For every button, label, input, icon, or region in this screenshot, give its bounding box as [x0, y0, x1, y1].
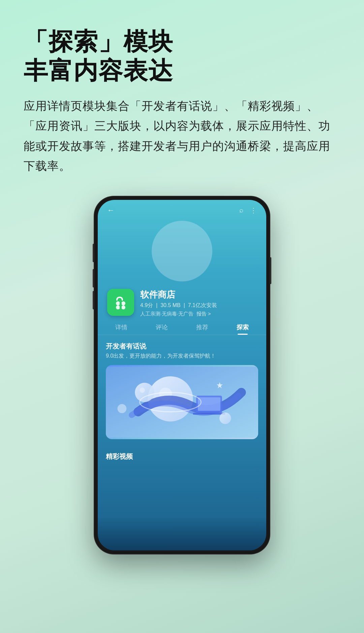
phone-screen: ← ⌕ ⋮: [98, 200, 266, 550]
developer-section: 开发者有话说 9.0出发，更开放的能力，为开发者保驾护航！: [98, 335, 266, 446]
back-icon[interactable]: ←: [107, 206, 115, 215]
svg-point-9: [140, 388, 145, 393]
svg-point-8: [135, 383, 154, 402]
page-wrapper: 「探索」模块 丰富内容表达 应用详情页模块集合「开发者有话说」、「精彩视频」、「…: [0, 0, 364, 633]
svg-point-3: [121, 305, 125, 309]
svg-rect-12: [193, 413, 225, 415]
app-stats: 4.9分 | 30.5 MB | 7.1亿次安装: [140, 302, 257, 309]
svg-rect-11: [198, 397, 220, 411]
nav-tabs: 详情 评论 推荐 探索: [98, 317, 266, 335]
developer-section-subtitle: 9.0出发，更开放的能力，为开发者保驾护航！: [106, 353, 258, 360]
bottom-section: 精彩视频: [98, 446, 266, 461]
app-hero: [98, 217, 266, 281]
app-icon-logo: [112, 294, 129, 311]
app-tags: 人工亲测·无病毒·无广告 报告 >: [140, 311, 257, 317]
svg-point-2: [116, 305, 120, 309]
headline-block: 「探索」模块 丰富内容表达: [24, 27, 173, 85]
topbar-icons: ⌕ ⋮: [239, 206, 257, 214]
tab-explore[interactable]: 探索: [237, 323, 249, 335]
more-icon[interactable]: ⋮: [250, 206, 257, 214]
tab-details[interactable]: 详情: [115, 323, 127, 335]
app-details: 软件商店 4.9分 | 30.5 MB | 7.1亿次安装 人工亲测·无病毒·无…: [140, 289, 257, 317]
description-text: 应用详情页模块集合「开发者有话说」、「精彩视频」、「应用资讯」三大版块，以内容为…: [24, 96, 340, 176]
app-name: 软件商店: [140, 289, 257, 301]
headline-line1: 「探索」模块: [24, 27, 173, 56]
app-icon: [107, 289, 134, 316]
app-info-row: 软件商店 4.9分 | 30.5 MB | 7.1亿次安装 人工亲测·无病毒·无…: [98, 281, 266, 317]
report-link[interactable]: 报告 >: [196, 311, 211, 316]
developer-section-title: 开发者有话说: [106, 342, 258, 351]
feature-card: [106, 365, 258, 439]
phone-container: ← ⌕ ⋮: [24, 197, 340, 554]
circle-background: [152, 221, 212, 281]
highlight-section-title: 精彩视频: [106, 452, 258, 461]
search-icon[interactable]: ⌕: [239, 206, 243, 214]
svg-point-1: [121, 301, 125, 305]
feature-illustration: [106, 365, 258, 439]
svg-point-14: [219, 412, 231, 424]
tab-reviews[interactable]: 评论: [156, 323, 168, 335]
svg-point-15: [117, 404, 126, 413]
svg-point-0: [116, 301, 120, 305]
tab-recommend[interactable]: 推荐: [196, 323, 208, 335]
bottom-fade-overlay: [98, 517, 266, 550]
svg-rect-4: [120, 302, 122, 308]
phone-device: ← ⌕ ⋮: [94, 197, 270, 554]
headline-line2: 丰富内容表达: [24, 56, 173, 85]
phone-topbar: ← ⌕ ⋮: [98, 200, 266, 217]
